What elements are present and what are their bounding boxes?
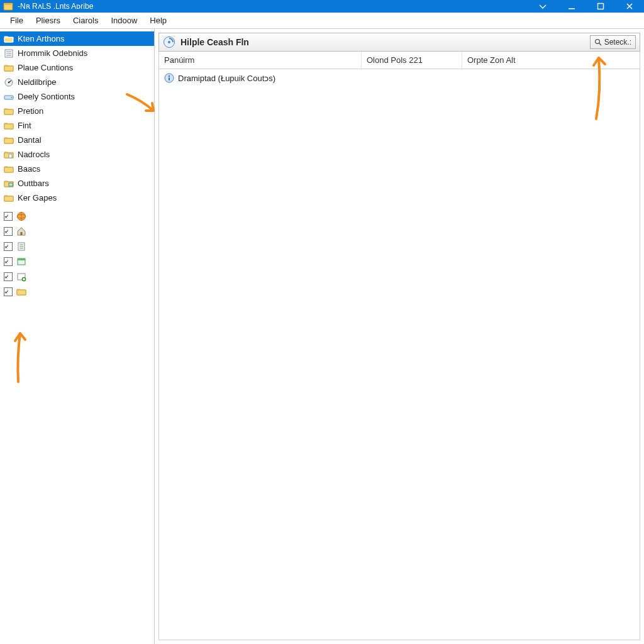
svg-point-25	[168, 41, 170, 43]
sidebar-item-label: Baacs	[18, 164, 40, 174]
list-item[interactable]: Dramiptad (Łupuik Coutɔs)	[159, 69, 640, 87]
content-header-icon	[163, 36, 175, 48]
title-bar: -Nʀ RʌLS .Lnts Aᴅribe	[0, 0, 644, 13]
folder-open-icon	[4, 34, 14, 44]
content-list[interactable]: Dramiptad (Łupuik Coutɔs)	[158, 69, 640, 640]
sidebar-item-label: Plaue Cuntions	[18, 63, 73, 72]
svg-rect-1	[4, 3, 13, 5]
close-button[interactable]	[615, 0, 644, 13]
svg-point-26	[595, 40, 599, 44]
folder-icon	[4, 164, 14, 174]
sidebar-item-label: Deely Sontionts	[18, 92, 75, 101]
sheet-icon	[16, 242, 26, 252]
window-icon	[16, 257, 26, 267]
svg-line-27	[599, 43, 601, 45]
content-header: Hilple Ceash Fln Seteck.:	[158, 33, 640, 52]
folder-icon	[4, 63, 14, 73]
gauge-icon	[4, 77, 14, 87]
sidebar-item-label: Dantal	[18, 135, 42, 145]
menu-bar: File Pliesrs Ciarols Indoow Help	[0, 13, 644, 29]
check-row-4[interactable]	[4, 269, 150, 284]
plug-icon	[16, 272, 26, 282]
main-pane: Hilple Ceash Fln Seteck.: Panúirm Olond …	[155, 29, 644, 644]
checkbox[interactable]	[4, 212, 13, 221]
sidebar-item-label: Pretion	[18, 106, 43, 116]
search-button[interactable]: Seteck.:	[590, 35, 636, 49]
check-row-2[interactable]	[4, 239, 150, 254]
house-icon	[16, 226, 26, 236]
check-row-5[interactable]	[4, 284, 150, 299]
menu-pliesrs[interactable]: Pliesrs	[30, 14, 67, 26]
folder-image-icon	[4, 179, 14, 189]
check-row-0[interactable]	[4, 209, 150, 224]
menu-help[interactable]: Help	[143, 14, 173, 26]
folder-icon	[4, 193, 14, 203]
svg-rect-14	[9, 183, 13, 186]
column-header-2[interactable]: Olond Pols 221	[362, 52, 462, 69]
svg-point-12	[11, 97, 13, 98]
sysmenu-button[interactable]	[528, 0, 557, 13]
sidebar-item-1[interactable]: Hrommik Odebnids	[0, 46, 154, 60]
sidebar-item-9[interactable]: Baacs	[0, 162, 154, 176]
checkbox[interactable]	[4, 257, 13, 266]
search-icon	[594, 38, 602, 46]
checkbox[interactable]	[4, 227, 13, 236]
folder-doc-icon	[4, 150, 14, 160]
sidebar-item-label: Hrommik Odebnids	[18, 48, 87, 58]
column-header-1[interactable]: Panúirm	[159, 52, 362, 69]
sidebar-item-3[interactable]: Neldilbripe	[0, 75, 154, 89]
minimize-button[interactable]	[557, 0, 586, 13]
svg-rect-30	[169, 77, 170, 80]
drive-icon	[4, 92, 14, 102]
sidebar-item-label: Kten Arthons	[18, 34, 64, 43]
sidebar-item-10[interactable]: Outtbars	[0, 176, 154, 191]
column-headers: Panúirm Olond Pols 221 Orpte Zon Alt	[158, 52, 640, 69]
folder-icon	[16, 287, 26, 297]
svg-rect-13	[9, 154, 12, 158]
column-header-3[interactable]: Orpte Zon Alt	[462, 52, 640, 69]
globe-icon	[16, 211, 26, 221]
sidebar-item-6[interactable]: Fint	[0, 118, 154, 133]
svg-rect-3	[598, 4, 604, 9]
sidebar-item-label: Ker Gapes	[18, 193, 57, 203]
app-icon	[3, 1, 13, 11]
form-icon	[4, 48, 14, 58]
maximize-button[interactable]	[586, 0, 615, 13]
content-title: Hilple Ceash Fln	[180, 37, 585, 47]
svg-point-10	[8, 81, 10, 83]
sidebar-item-11[interactable]: Ker Gapes	[0, 191, 154, 205]
menu-file[interactable]: File	[4, 14, 30, 26]
info-icon	[164, 73, 174, 83]
check-row-3[interactable]	[4, 254, 150, 269]
checkbox[interactable]	[4, 287, 13, 296]
annotation-arrow-1	[125, 92, 157, 117]
svg-point-15	[9, 184, 11, 185]
folder-icon	[4, 135, 14, 145]
menu-indoow[interactable]: Indoow	[104, 14, 143, 26]
svg-rect-2	[569, 8, 575, 9]
sidebar-item-label: Fint	[18, 121, 31, 130]
sidebar-item-2[interactable]: Plaue Cuntions	[0, 60, 154, 75]
annotation-arrow-3	[9, 328, 28, 385]
window-title: -Nʀ RʌLS .Lnts Aᴅribe	[16, 2, 528, 11]
svg-point-29	[169, 75, 170, 77]
sidebar-item-label: Nadrocls	[18, 150, 50, 159]
check-row-1[interactable]	[4, 224, 150, 239]
menu-ciarols[interactable]: Ciarols	[67, 14, 104, 26]
row-name: Dramiptad (Łupuik Coutɔs)	[178, 74, 275, 83]
sidebar-item-label: Outtbars	[18, 179, 49, 188]
sidebar-item-7[interactable]: Dantal	[0, 133, 154, 147]
search-label: Seteck.:	[604, 38, 631, 47]
sidebar-item-label: Neldilbripe	[18, 77, 56, 87]
sidebar: Kten ArthonsHrommik OdebnidsPlaue Cuntio…	[0, 29, 155, 644]
sidebar-item-0[interactable]: Kten Arthons	[0, 31, 154, 46]
sidebar-item-8[interactable]: Nadrocls	[0, 147, 154, 162]
checkbox[interactable]	[4, 242, 13, 251]
folder-icon	[4, 121, 14, 131]
folder-icon	[4, 106, 14, 116]
checkbox[interactable]	[4, 272, 13, 281]
svg-rect-21	[18, 258, 25, 260]
svg-rect-18	[21, 232, 23, 235]
annotation-arrow-2	[589, 53, 608, 122]
